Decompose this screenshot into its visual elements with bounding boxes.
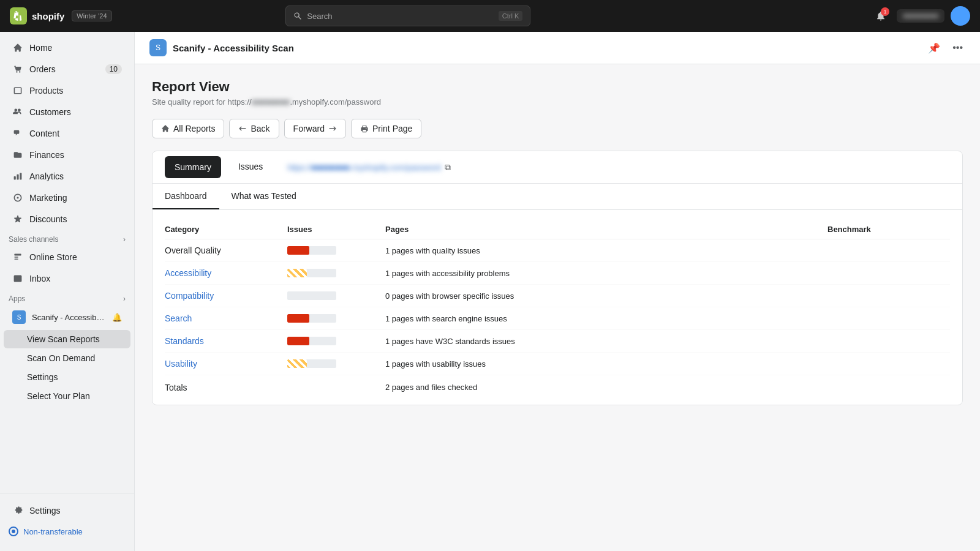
sidebar-item-orders[interactable]: Orders 10: [4, 59, 130, 80]
sidebar-sub-select-plan[interactable]: Select Your Plan: [4, 387, 130, 405]
tab-issues[interactable]: Issues: [228, 153, 273, 182]
bar-fill-red: [287, 246, 309, 255]
bar-compatibility: [287, 291, 385, 300]
subtitle-url-blur: ■■■■■■■■: [252, 97, 290, 107]
home-action-icon: [161, 124, 170, 133]
app-header-right: 📌 •••: [925, 40, 965, 56]
sidebar-item-home-label: Home: [29, 43, 52, 53]
sidebar-item-customers-label: Customers: [29, 107, 71, 117]
pin-icon[interactable]: 📌: [925, 40, 943, 56]
totals-benchmark-blank: [827, 383, 950, 392]
table-header: Category Issues Pages Benchmark: [165, 220, 950, 239]
category-accessibility[interactable]: Accessibility: [165, 268, 287, 278]
totals-row: Totals 2 pages and files checked: [165, 375, 950, 395]
back-button[interactable]: Back: [229, 119, 279, 138]
col-issues: Issues: [287, 225, 385, 234]
search-shortcut: Ctrl K: [499, 11, 523, 21]
more-options-icon[interactable]: •••: [950, 40, 965, 56]
sidebar-item-finances[interactable]: Finances: [4, 144, 130, 165]
bar-container: [287, 314, 336, 323]
user-avatar[interactable]: [951, 6, 970, 26]
report-tab-row: Summary Issues https://■■■■■■■■.myshopif…: [153, 151, 962, 184]
marketing-icon: [12, 192, 23, 203]
global-search[interactable]: Search Ctrl K: [285, 6, 530, 26]
sidebar-sub-view-scan-reports[interactable]: View Scan Reports: [4, 330, 130, 348]
sidebar-item-online-store[interactable]: Online Store: [4, 247, 130, 268]
copy-url-icon[interactable]: ⧉: [445, 162, 451, 173]
table-row: Standards 1 pages have W3C standards iss…: [165, 330, 950, 353]
sidebar-item-marketing-label: Marketing: [29, 193, 67, 203]
sales-channels-expand-icon: ›: [123, 235, 126, 244]
inbox-label: Inbox: [29, 274, 50, 283]
search-placeholder: Search: [307, 12, 332, 21]
col-benchmark: Benchmark: [827, 225, 950, 234]
report-area: Report View Site quality report for http…: [135, 64, 980, 420]
sidebar-item-discounts[interactable]: Discounts: [4, 209, 130, 230]
shopify-text: shopify: [32, 11, 64, 21]
user-menu[interactable]: ■■■■■■■■: [897, 9, 944, 23]
topbar-right: 1 ■■■■■■■■: [871, 6, 970, 26]
sidebar-settings-item[interactable]: Settings: [4, 500, 130, 521]
version-badge: Winter '24: [72, 10, 111, 21]
online-store-label: Online Store: [29, 252, 77, 262]
pages-search: 1 pages with search engine issues: [385, 314, 827, 323]
bar-overall-quality: [287, 246, 385, 255]
sidebar-item-customers[interactable]: Customers: [4, 102, 130, 122]
sidebar-item-inbox[interactable]: Inbox: [4, 268, 130, 289]
inbox-icon: [12, 273, 23, 284]
category-compatibility[interactable]: Compatibility: [165, 291, 287, 301]
category-standards[interactable]: Standards: [165, 336, 287, 346]
category-search[interactable]: Search: [165, 313, 287, 323]
sidebar-item-analytics[interactable]: Analytics: [4, 166, 130, 187]
table-row: Accessibility 1 pages with accessibility…: [165, 262, 950, 285]
bar-search: [287, 314, 385, 323]
app-header-bar: S Scanify - Accessibility Scan 📌 •••: [135, 32, 980, 64]
pages-accessibility: 1 pages with accessibility problems: [385, 269, 827, 278]
bar-fill-red: [287, 314, 309, 323]
scanify-app-item[interactable]: S Scanify - Accessibility ... 🔔: [4, 306, 130, 328]
table-row: Usability 1 pages with usability issues: [165, 353, 950, 375]
sub-tab-dashboard[interactable]: Dashboard: [153, 184, 219, 209]
report-subtitle: Site quality report for https://■■■■■■■■…: [152, 97, 963, 107]
print-button[interactable]: Print Page: [351, 119, 421, 138]
sidebar-item-content-label: Content: [29, 129, 59, 138]
forward-button[interactable]: Forward: [284, 119, 346, 138]
totals-label: Totals: [165, 383, 287, 392]
content-icon: [12, 128, 23, 139]
table-row: Compatibility 0 pages with browser speci…: [165, 285, 950, 307]
app-header-icon: S: [149, 39, 167, 56]
back-arrow-icon: [238, 124, 247, 133]
notification-bell[interactable]: 1: [871, 6, 891, 26]
scan-on-demand-label: Scan On Demand: [27, 353, 95, 363]
sidebar-sub-settings[interactable]: Settings: [4, 368, 130, 386]
sidebar-footer: Settings Non-transferable: [0, 493, 134, 551]
report-url-link[interactable]: https://■■■■■■■■.myshopify.com/password …: [287, 162, 450, 173]
sales-channels-title[interactable]: Sales channels ›: [0, 230, 134, 246]
shopify-logo-icon: [10, 7, 27, 24]
sidebar-item-content[interactable]: Content: [4, 123, 130, 144]
category-usability[interactable]: Usability: [165, 359, 287, 369]
scanify-bell-icon[interactable]: 🔔: [112, 313, 122, 322]
sidebar-item-home[interactable]: Home: [4, 37, 130, 58]
all-reports-button[interactable]: All Reports: [152, 119, 224, 138]
customers-icon: [12, 107, 23, 118]
forward-arrow-icon: [328, 124, 337, 133]
report-content-card: Summary Issues https://■■■■■■■■.myshopif…: [152, 151, 963, 405]
orders-badge: 10: [105, 64, 122, 74]
sidebar-item-products-label: Products: [29, 86, 63, 96]
tab-summary[interactable]: Summary: [165, 156, 221, 178]
table-row: Search 1 pages with search engine issues: [165, 307, 950, 330]
sidebar-nav: Home Orders 10 Products Customers: [0, 32, 134, 490]
sub-tab-what-tested[interactable]: What was Tested: [219, 184, 309, 209]
username: ■■■■■■■■: [903, 12, 938, 20]
home-icon: [12, 42, 23, 53]
sidebar-sub-scan-on-demand[interactable]: Scan On Demand: [4, 349, 130, 367]
sidebar-item-products[interactable]: Products: [4, 80, 130, 101]
apps-title[interactable]: Apps ›: [0, 290, 134, 305]
sidebar-item-analytics-label: Analytics: [29, 171, 64, 181]
sidebar-item-marketing[interactable]: Marketing: [4, 187, 130, 208]
products-icon: [12, 85, 23, 96]
subtitle-prefix: Site quality report for https://: [152, 97, 252, 107]
bar-container: [287, 359, 336, 368]
totals-pages: 2 pages and files checked: [385, 383, 827, 392]
